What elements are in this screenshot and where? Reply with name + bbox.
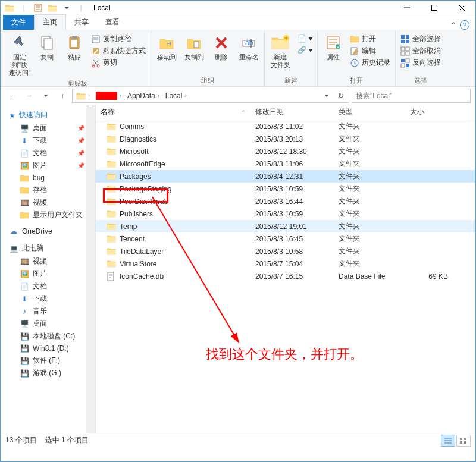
select-all-button[interactable]: 全部选择 bbox=[398, 33, 443, 45]
minimize-button[interactable] bbox=[393, 1, 421, 15]
paste-shortcut-button[interactable]: 粘贴快捷方式 bbox=[89, 45, 148, 56]
easy-access-button[interactable]: 🔗▾ bbox=[295, 45, 315, 55]
sidebar-item-disk-f[interactable]: 💾软件 (F:) bbox=[1, 354, 95, 367]
move-to-button[interactable]: 移动到 bbox=[154, 32, 180, 62]
sidebar-item-downloads[interactable]: ⬇下载📌 bbox=[1, 134, 95, 147]
help-icon[interactable]: ? bbox=[460, 20, 469, 30]
icons-view-button[interactable] bbox=[456, 435, 471, 447]
file-row[interactable]: PackageStaging2015/8/3 10:59文件夹 bbox=[96, 183, 475, 195]
tab-share[interactable]: 共享 bbox=[66, 15, 97, 30]
file-row[interactable]: Diagnostics2015/8/3 20:13文件夹 bbox=[96, 133, 475, 145]
file-row[interactable]: VirtualStore2015/8/7 15:04文件夹 bbox=[96, 257, 475, 270]
file-row[interactable]: Temp2015/8/12 19:01文件夹 bbox=[96, 220, 475, 232]
drive-icon: 💾 bbox=[20, 332, 29, 341]
file-row[interactable]: Comms2015/8/3 11:02文件夹 bbox=[96, 120, 475, 133]
sidebar-item-videos2[interactable]: 🎞️视频 bbox=[1, 255, 95, 268]
properties-icon[interactable] bbox=[32, 1, 45, 14]
details-view-button[interactable] bbox=[441, 435, 455, 447]
sidebar-item-disk-c[interactable]: 💾本地磁盘 (C:) bbox=[1, 330, 95, 342]
sidebar-item-documents2[interactable]: 📄文档 bbox=[1, 280, 95, 293]
select-none-button[interactable]: 全部取消 bbox=[398, 45, 443, 56]
sidebar-item-pictures2[interactable]: 🖼️图片 bbox=[1, 268, 95, 280]
sidebar-quick-access[interactable]: ★快速访问 bbox=[1, 108, 95, 122]
search-input[interactable]: 搜索"Local" bbox=[352, 89, 471, 103]
back-button[interactable]: ← bbox=[5, 89, 20, 103]
svg-rect-29 bbox=[401, 64, 405, 67]
sidebar-item-archive[interactable]: 存档 bbox=[1, 184, 95, 196]
svg-rect-23 bbox=[401, 47, 405, 51]
paste-button[interactable]: 粘贴 bbox=[61, 32, 87, 62]
sidebar-item-desktop2[interactable]: 🖥️桌面 bbox=[1, 318, 95, 330]
folder-icon bbox=[20, 210, 29, 220]
delete-button[interactable]: 删除 bbox=[208, 32, 234, 62]
file-name: Tencent bbox=[120, 235, 145, 243]
col-type[interactable]: 类型 bbox=[334, 107, 405, 117]
window-title: Local bbox=[90, 4, 393, 12]
pin-to-quick-access-button[interactable]: 固定到"快 速访问" bbox=[7, 32, 33, 78]
tab-home[interactable]: 主页 bbox=[34, 14, 66, 30]
folder-icon[interactable] bbox=[46, 1, 59, 14]
sidebar-item-disk-g[interactable]: 💾游戏 (G:) bbox=[1, 367, 95, 379]
col-size[interactable]: 大小 bbox=[405, 107, 453, 117]
col-name[interactable]: 名称⌃ bbox=[96, 107, 250, 117]
sidebar-item-videos[interactable]: 🎞️视频 bbox=[1, 196, 95, 209]
tab-view[interactable]: 查看 bbox=[97, 15, 128, 30]
sidebar-item-desktop[interactable]: 🖥️桌面📌 bbox=[1, 122, 95, 134]
file-name: MicrosoftEdge bbox=[120, 160, 165, 168]
file-row[interactable]: Packages2015/8/4 12:31文件夹 bbox=[96, 170, 475, 183]
rename-button[interactable]: ab重命名 bbox=[236, 32, 262, 62]
qat-dropdown-icon[interactable]: ⏷ bbox=[60, 1, 73, 14]
collapse-ribbon-icon[interactable]: ⌃ bbox=[450, 21, 456, 29]
new-item-button[interactable]: 📄▾ bbox=[295, 33, 315, 44]
tab-file[interactable]: 文件 bbox=[3, 15, 34, 30]
sidebar-onedrive[interactable]: ☁OneDrive bbox=[1, 225, 95, 238]
refresh-button[interactable]: ↻ bbox=[334, 89, 347, 102]
forward-button[interactable]: → bbox=[22, 89, 36, 103]
maximize-button[interactable] bbox=[421, 1, 448, 15]
document-icon: 📄 bbox=[20, 149, 29, 158]
svg-rect-3 bbox=[44, 39, 52, 49]
file-row[interactable]: Tencent2015/8/3 16:45文件夹 bbox=[96, 232, 475, 245]
sidebar-item-music[interactable]: ♪音乐 bbox=[1, 305, 95, 318]
open-button[interactable]: 打开 bbox=[347, 33, 393, 45]
file-row[interactable]: TileDataLayer2015/8/3 10:58文件夹 bbox=[96, 245, 475, 257]
breadcrumb-appdata[interactable]: AppData bbox=[127, 92, 155, 100]
edit-button[interactable]: 编辑 bbox=[347, 45, 393, 56]
file-row[interactable]: MicrosoftEdge2015/8/3 11:06文件夹 bbox=[96, 158, 475, 170]
copy-button[interactable]: 复制 bbox=[34, 32, 60, 62]
copy-path-button[interactable]: 复制路径 bbox=[89, 33, 148, 45]
properties-button[interactable]: 属性 bbox=[320, 32, 346, 62]
cut-button[interactable]: 剪切 bbox=[89, 57, 148, 68]
sidebar-item-disk-d[interactable]: 💾Win8.1 (D:) bbox=[1, 342, 95, 354]
pin-icon: 📌 bbox=[77, 150, 84, 156]
file-name: IconCache.db bbox=[120, 272, 164, 281]
file-row[interactable]: IconCache.db2015/8/7 16:15Data Base File… bbox=[96, 270, 475, 282]
svg-rect-11 bbox=[194, 42, 199, 48]
file-row[interactable]: Publishers2015/8/3 10:59文件夹 bbox=[96, 208, 475, 220]
file-row[interactable]: PeerDistRepub2015/8/3 16:44文件夹 bbox=[96, 195, 475, 208]
close-button[interactable] bbox=[448, 1, 475, 15]
sidebar-item-pictures[interactable]: 🖼️图片📌 bbox=[1, 159, 95, 172]
svg-rect-28 bbox=[406, 59, 409, 62]
svg-rect-33 bbox=[460, 438, 462, 440]
address-dropdown-icon[interactable]: ⏷ bbox=[320, 89, 333, 102]
history-button[interactable]: 历史记录 bbox=[347, 57, 393, 68]
sidebar-this-pc[interactable]: 💻此电脑 bbox=[1, 241, 95, 255]
up-button[interactable]: ↑ bbox=[55, 89, 70, 103]
sidebar-item-downloads2[interactable]: ⬇下载 bbox=[1, 293, 95, 305]
sidebar-scrollbar[interactable] bbox=[86, 105, 95, 433]
recent-locations-button[interactable]: ⏷ bbox=[39, 89, 53, 103]
sidebar-item-documents[interactable]: 📄文档📌 bbox=[1, 147, 95, 159]
sidebar-item-bug[interactable]: bug bbox=[1, 172, 95, 184]
breadcrumb-local[interactable]: Local bbox=[165, 92, 183, 100]
breadcrumb-bar[interactable]: › › AppData› Local› ⏷ ↻ bbox=[72, 89, 349, 103]
file-list: 名称⌃ 修改日期 类型 大小 Comms2015/8/3 11:02文件夹Dia… bbox=[96, 105, 475, 433]
folder-icon[interactable] bbox=[3, 1, 16, 14]
invert-selection-button[interactable]: 反向选择 bbox=[398, 57, 443, 68]
sidebar-item-userfolder[interactable]: 显示用户文件夹 bbox=[1, 209, 95, 221]
col-date[interactable]: 修改日期 bbox=[250, 107, 334, 117]
file-icon bbox=[107, 272, 116, 281]
copy-to-button[interactable]: 复制到 bbox=[181, 32, 207, 62]
file-row[interactable]: Microsoft2015/8/12 18:30文件夹 bbox=[96, 145, 475, 158]
new-folder-button[interactable]: 新建 文件夹 bbox=[267, 32, 293, 70]
